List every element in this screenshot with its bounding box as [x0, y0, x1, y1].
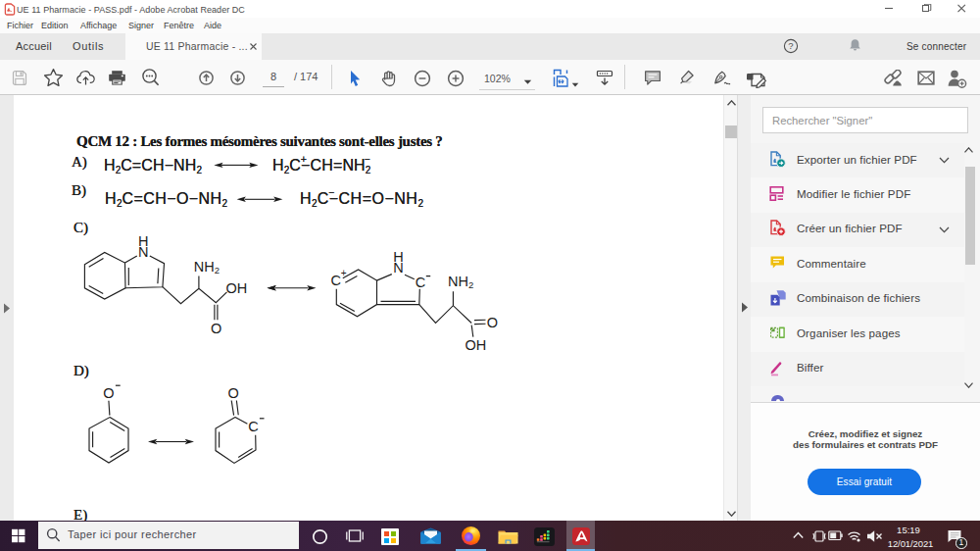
svg-text:OH: OH — [466, 337, 487, 353]
svg-text:O: O — [487, 315, 498, 330]
svg-text:C: C — [248, 419, 258, 434]
svg-text:?: ? — [788, 40, 793, 51]
svg-text:C: C — [416, 275, 425, 290]
svg-text:O: O — [228, 385, 239, 401]
svg-text:C: C — [331, 273, 341, 288]
svg-text:OH: OH — [226, 280, 248, 296]
svg-text:NH2: NH2 — [194, 259, 220, 276]
svg-text:+: + — [341, 268, 347, 278]
svg-text:O: O — [103, 385, 114, 401]
svg-text:NH2: NH2 — [448, 274, 473, 291]
svg-text:O: O — [211, 321, 221, 336]
svg-text:N: N — [138, 244, 148, 260]
svg-text:N: N — [393, 260, 403, 276]
